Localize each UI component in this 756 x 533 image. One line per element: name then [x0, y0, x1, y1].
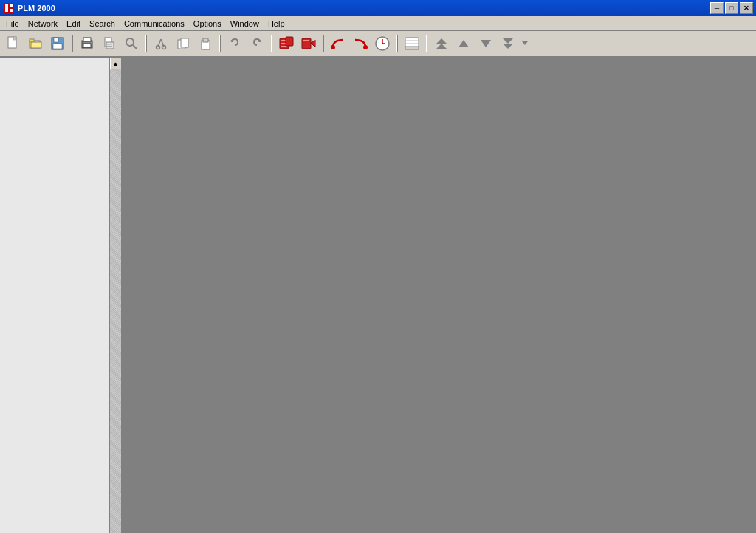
- svg-rect-28: [203, 38, 208, 42]
- save-button[interactable]: [47, 33, 68, 54]
- left-scroll-bar[interactable]: ▲ ▼: [109, 58, 121, 533]
- svg-rect-1: [5, 4, 8, 12]
- menu-options[interactable]: Options: [189, 16, 226, 30]
- up-all-button[interactable]: [431, 33, 452, 54]
- svg-rect-18: [107, 46, 112, 47]
- svg-marker-52: [503, 44, 513, 49]
- paste-button[interactable]: [195, 33, 216, 54]
- scroll-track[interactable]: [110, 69, 121, 533]
- close-button[interactable]: ✕: [740, 2, 753, 14]
- menu-edit[interactable]: Edit: [62, 16, 85, 30]
- svg-marker-49: [458, 40, 469, 47]
- menu-help[interactable]: Help: [264, 16, 289, 30]
- menu-file[interactable]: File: [1, 16, 24, 30]
- dropdown-arrow-button[interactable]: [520, 33, 530, 54]
- svg-point-19: [126, 38, 134, 46]
- svg-rect-17: [107, 44, 112, 45]
- svg-marker-47: [436, 38, 447, 44]
- comm2-button[interactable]: [350, 33, 371, 54]
- app-title: PLM 2000: [18, 4, 55, 13]
- find-button[interactable]: [121, 33, 142, 54]
- separator-1: [72, 35, 73, 52]
- menu-network[interactable]: Network: [24, 16, 62, 30]
- menu-communications[interactable]: Communications: [120, 16, 189, 30]
- svg-rect-37: [303, 40, 309, 41]
- svg-marker-51: [503, 38, 513, 44]
- menu-window[interactable]: Window: [226, 16, 264, 30]
- svg-line-20: [133, 45, 137, 49]
- separator-6: [396, 35, 398, 52]
- scroll-up-arrow[interactable]: ▲: [110, 58, 122, 69]
- separator-4: [271, 35, 272, 52]
- svg-rect-2: [10, 4, 13, 7]
- svg-rect-16: [106, 42, 114, 49]
- down-button[interactable]: [475, 33, 496, 54]
- app-icon: [3, 2, 15, 14]
- svg-marker-48: [436, 44, 447, 49]
- tool2-button[interactable]: [298, 33, 319, 54]
- separator-7: [426, 35, 427, 52]
- svg-rect-14: [83, 44, 91, 47]
- svg-rect-3: [10, 9, 13, 12]
- svg-rect-44: [405, 47, 419, 49]
- title-bar-controls: ─ □ ✕: [710, 2, 753, 14]
- svg-rect-35: [286, 37, 293, 46]
- svg-marker-53: [522, 41, 528, 45]
- open-button[interactable]: [25, 33, 46, 54]
- svg-point-24: [162, 46, 166, 49]
- copy-button[interactable]: [173, 33, 193, 54]
- minimize-button[interactable]: ─: [710, 2, 724, 14]
- svg-point-23: [157, 46, 160, 49]
- menu-bar: File Network Edit Search Communications …: [0, 16, 756, 31]
- left-panel: ▲ ▼: [0, 58, 122, 533]
- redo-button[interactable]: [247, 33, 267, 54]
- separator-2: [145, 35, 147, 52]
- restore-button[interactable]: □: [725, 2, 738, 14]
- comm1-button[interactable]: [328, 33, 348, 54]
- cut-button[interactable]: [151, 33, 171, 54]
- main-layout: ▲ ▼: [0, 58, 756, 533]
- print-preview-button[interactable]: [99, 33, 120, 54]
- new-button[interactable]: [3, 33, 24, 54]
- down-all-button[interactable]: [498, 33, 518, 54]
- separator-5: [323, 35, 324, 52]
- title-bar-left: PLM 2000: [3, 2, 55, 14]
- toolbar: [0, 31, 756, 58]
- svg-rect-26: [181, 38, 188, 47]
- svg-point-38: [331, 45, 335, 49]
- up-button[interactable]: [453, 33, 474, 54]
- svg-rect-7: [30, 39, 34, 41]
- content-area: [122, 58, 756, 533]
- undo-button[interactable]: [224, 33, 245, 54]
- tool1-button[interactable]: [276, 33, 297, 54]
- print-button[interactable]: [77, 33, 97, 54]
- menu-search[interactable]: Search: [85, 16, 120, 30]
- clock-button[interactable]: [372, 33, 393, 54]
- svg-marker-50: [481, 40, 491, 47]
- svg-rect-11: [53, 44, 62, 49]
- title-bar: PLM 2000 ─ □ ✕: [0, 0, 756, 16]
- svg-rect-13: [83, 38, 91, 41]
- separator-3: [219, 35, 221, 52]
- svg-point-39: [363, 45, 368, 49]
- svg-rect-10: [54, 38, 58, 42]
- svg-rect-8: [31, 42, 41, 48]
- view1-button[interactable]: [402, 33, 422, 54]
